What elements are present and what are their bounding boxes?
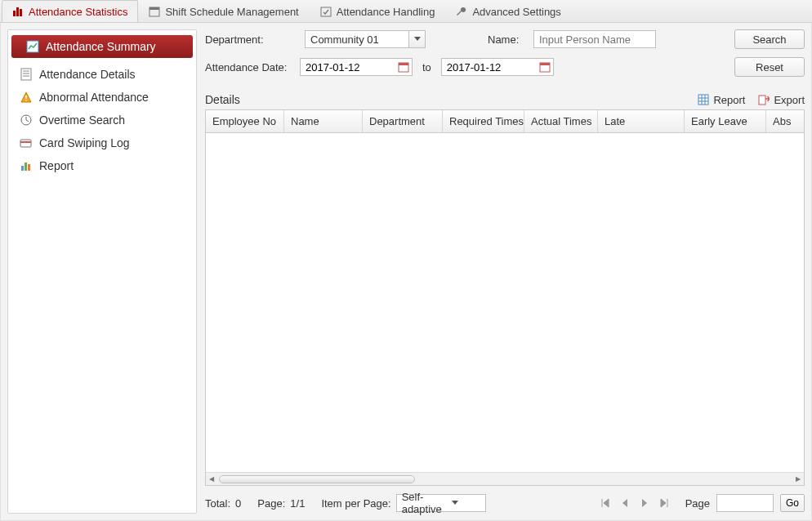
tab-label: Attendance Statistics	[29, 6, 127, 18]
name-input[interactable]	[533, 30, 656, 48]
scroll-track[interactable]	[219, 474, 791, 484]
wrench-icon	[456, 6, 467, 17]
export-action[interactable]: Export	[758, 94, 805, 106]
tab-label: Shift Schedule Management	[165, 6, 298, 18]
reset-button[interactable]: Reset	[734, 57, 805, 77]
svg-rect-24	[540, 63, 550, 65]
department-label: Department:	[205, 33, 270, 46]
tab-advanced-settings[interactable]: Advanced Settings	[445, 0, 571, 22]
total-label: Total:	[205, 497, 230, 510]
summary-icon	[26, 40, 39, 53]
col-late[interactable]: Late	[598, 110, 685, 132]
svg-rect-2	[20, 9, 22, 16]
svg-rect-4	[149, 7, 159, 10]
grid-icon	[698, 94, 709, 105]
svg-rect-7	[21, 69, 31, 80]
export-action-label: Export	[774, 94, 805, 106]
svg-point-12	[25, 100, 27, 101]
calendar-icon[interactable]	[397, 59, 411, 75]
export-icon	[758, 94, 770, 105]
scroll-right-icon[interactable]: ▶	[792, 474, 804, 485]
pager: Page Go	[599, 494, 805, 512]
svg-rect-0	[13, 11, 16, 16]
col-department[interactable]: Department	[363, 110, 443, 132]
tab-label: Attendance Handling	[337, 6, 435, 18]
card-icon	[20, 136, 33, 149]
sidebar-item-attendance-details[interactable]: Attendance Details	[8, 63, 196, 86]
items-per-page-value: Self-adaptive	[397, 491, 447, 515]
scroll-left-icon[interactable]: ◀	[206, 474, 217, 485]
report-action-label: Report	[713, 94, 745, 106]
svg-rect-18	[21, 166, 24, 171]
page-number-input[interactable]	[716, 494, 774, 512]
attendance-date-label: Attendance Date:	[205, 61, 295, 73]
warning-icon	[20, 91, 33, 104]
page-label: Page:	[257, 497, 285, 510]
sidebar-item-label: Attendance Details	[39, 68, 136, 81]
svg-rect-20	[28, 164, 30, 171]
details-table: Employee No Name Department Required Tim…	[205, 109, 805, 486]
sidebar-item-overtime-search[interactable]: Overtime Search	[8, 109, 196, 131]
items-per-page-combo[interactable]: Self-adaptive	[396, 494, 486, 512]
name-label: Name:	[488, 33, 529, 46]
sidebar-item-report[interactable]: Report	[8, 154, 196, 177]
go-button[interactable]: Go	[780, 494, 805, 512]
first-page-icon[interactable]	[599, 497, 612, 510]
date-to-input[interactable]	[441, 58, 554, 76]
svg-rect-1	[16, 7, 19, 16]
date-from-input[interactable]	[300, 58, 413, 76]
tab-shift-schedule-management[interactable]: Shift Schedule Management	[138, 0, 309, 22]
department-combo[interactable]: Community 01	[305, 30, 426, 48]
search-button[interactable]: Search	[734, 29, 805, 49]
page-word: Page	[685, 497, 710, 510]
last-page-icon[interactable]	[658, 497, 671, 510]
tab-label: Advanced Settings	[472, 6, 560, 18]
table-footer: Total: 0 Page: 1/1 Item per Page: Self-a…	[205, 486, 805, 514]
scroll-thumb[interactable]	[219, 475, 415, 483]
bar-chart-icon	[12, 6, 24, 17]
tab-attendance-statistics[interactable]: Attendance Statistics	[2, 0, 138, 22]
sidebar-item-label: Overtime Search	[39, 114, 125, 127]
svg-rect-30	[759, 96, 765, 105]
svg-rect-25	[698, 95, 708, 105]
col-employee-no[interactable]: Employee No	[206, 110, 284, 132]
svg-rect-17	[20, 141, 31, 143]
tab-attendance-handling[interactable]: Attendance Handling	[310, 0, 446, 22]
chevron-down-icon[interactable]	[408, 31, 425, 47]
next-page-icon[interactable]	[638, 497, 651, 510]
col-actual-times[interactable]: Actual Times	[524, 110, 598, 132]
top-tab-bar: Attendance Statistics Shift Schedule Man…	[0, 0, 812, 23]
sidebar-item-label: Report	[39, 159, 74, 172]
svg-rect-22	[399, 63, 408, 65]
date-to-field[interactable]	[442, 59, 538, 75]
prev-page-icon[interactable]	[618, 497, 631, 510]
chevron-down-icon[interactable]	[447, 501, 485, 505]
sidebar-item-attendance-summary[interactable]: Attendance Summary	[11, 35, 193, 58]
total-value: 0	[235, 497, 241, 510]
col-abs[interactable]: Abs	[766, 110, 804, 132]
date-from-field[interactable]	[301, 59, 397, 75]
sidebar: Attendance Summary Attendance Details Ab…	[7, 29, 197, 514]
calendar-check-icon	[320, 6, 332, 17]
report-action[interactable]: Report	[698, 94, 745, 106]
sidebar-item-label: Card Swiping Log	[39, 136, 130, 149]
calendar-icon[interactable]	[538, 59, 552, 75]
page-value: 1/1	[290, 497, 305, 510]
col-required-times[interactable]: Required Times	[443, 110, 524, 132]
col-early-leave[interactable]: Early Leave	[685, 110, 766, 132]
table-body-empty	[206, 133, 804, 472]
report-chart-icon	[20, 159, 33, 172]
sidebar-item-card-swiping-log[interactable]: Card Swiping Log	[8, 131, 196, 154]
table-header: Employee No Name Department Required Tim…	[206, 110, 804, 133]
calendar-icon	[149, 6, 160, 17]
horizontal-scrollbar[interactable]: ◀ ▶	[206, 472, 804, 485]
sidebar-item-abnormal-attendance[interactable]: Abnormal Attendance	[8, 86, 196, 109]
to-label: to	[422, 61, 431, 73]
department-value: Community 01	[306, 33, 408, 46]
details-label: Details	[205, 93, 240, 106]
details-icon	[20, 68, 33, 81]
svg-rect-16	[20, 140, 31, 147]
sidebar-item-label: Abnormal Attendance	[39, 91, 149, 104]
svg-rect-5	[321, 7, 331, 16]
col-name[interactable]: Name	[284, 110, 363, 132]
